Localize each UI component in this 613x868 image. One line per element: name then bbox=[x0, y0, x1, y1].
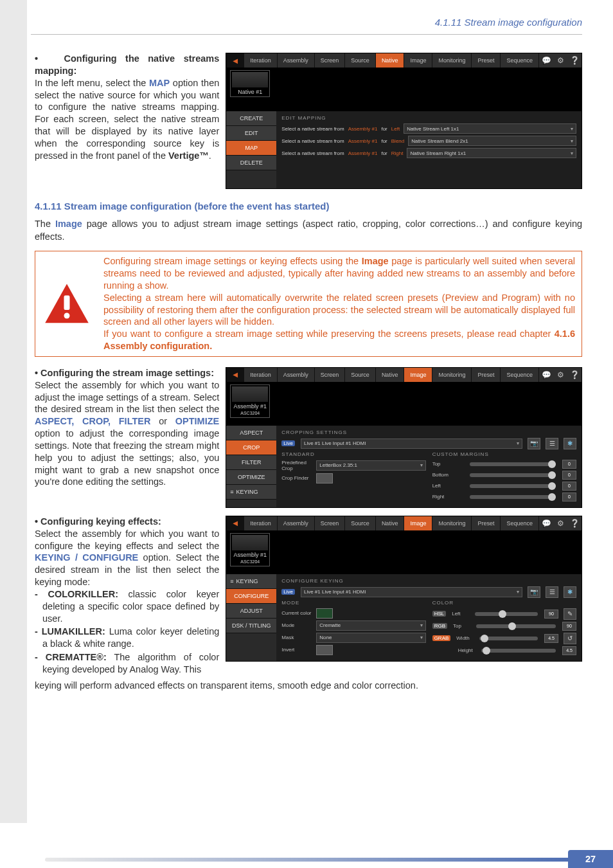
reset-icon[interactable]: ↺ bbox=[564, 633, 576, 644]
margin-left-val[interactable]: 0 bbox=[562, 482, 576, 491]
stream-select-3[interactable]: Live #1 Live Input #1 HDMI bbox=[301, 587, 522, 597]
rgb-tag[interactable]: RGB bbox=[432, 623, 447, 629]
side-map[interactable]: MAP bbox=[226, 141, 276, 156]
tab2-monitoring[interactable]: Monitoring bbox=[432, 368, 472, 382]
assembly-thumb-sub: ASC3204 bbox=[240, 411, 260, 415]
chat-icon[interactable]: 💬 bbox=[539, 53, 553, 68]
hsl-tag[interactable]: HSL bbox=[432, 611, 447, 617]
margin-top-slider[interactable] bbox=[470, 462, 556, 466]
tab3-source[interactable]: Source bbox=[345, 516, 376, 530]
tab3-native[interactable]: Native bbox=[376, 516, 405, 530]
tab-screen[interactable]: Screen bbox=[315, 53, 346, 68]
list-icon-3[interactable]: ☰ bbox=[546, 586, 558, 598]
margin-top-val[interactable]: 0 bbox=[562, 460, 576, 469]
grab-width-slider[interactable] bbox=[479, 637, 538, 640]
help-icon[interactable]: ❔ bbox=[567, 53, 582, 68]
tab2-preset[interactable]: Preset bbox=[472, 368, 501, 382]
tab2-iteration[interactable]: Iteration bbox=[244, 368, 278, 382]
side-delete[interactable]: DELETE bbox=[226, 156, 276, 170]
list-icon[interactable]: ☰ bbox=[546, 438, 558, 449]
predef-crop-label: Predefined Crop bbox=[281, 460, 312, 471]
stream-select[interactable]: Live #1 Live Input #1 HDMI bbox=[301, 439, 522, 449]
freeze-icon[interactable]: ✱ bbox=[564, 438, 576, 449]
assembly-thumbnail[interactable]: Assembly #1 ASC3204 bbox=[230, 384, 270, 418]
tab2-image[interactable]: Image bbox=[404, 368, 432, 382]
tab2-native[interactable]: Native bbox=[376, 368, 405, 382]
mask-select[interactable]: None bbox=[316, 633, 425, 643]
side-adjust[interactable]: ADJUST bbox=[226, 604, 276, 619]
tab3-assembly[interactable]: Assembly bbox=[278, 516, 315, 530]
gear-icon[interactable]: ⚙ bbox=[553, 53, 567, 68]
cropfinder-toggle[interactable] bbox=[316, 473, 333, 484]
side-edit[interactable]: EDIT bbox=[226, 126, 276, 141]
back-icon-2[interactable]: ◄ bbox=[226, 368, 244, 382]
grab-tag[interactable]: GRAB bbox=[432, 635, 451, 641]
grab-height-slider[interactable] bbox=[481, 649, 556, 653]
predef-crop-select[interactable]: LetterBox 2.35:1 bbox=[316, 460, 425, 471]
mapping-select-2[interactable]: Native Stream Blend 2x1 bbox=[408, 136, 576, 146]
margin-bottom-val[interactable]: 0 bbox=[562, 471, 576, 480]
tab3-monitoring[interactable]: Monitoring bbox=[432, 516, 472, 530]
help-icon-2[interactable]: ❔ bbox=[567, 368, 582, 382]
tab3-sequence[interactable]: Sequence bbox=[501, 516, 539, 530]
back-icon[interactable]: ◄ bbox=[226, 53, 244, 68]
side-dsk[interactable]: DSK / TITLING bbox=[226, 619, 276, 633]
tab-iteration[interactable]: Iteration bbox=[244, 53, 278, 68]
rgb-val[interactable]: 90 bbox=[562, 622, 576, 631]
side-filter[interactable]: FILTER bbox=[226, 455, 276, 470]
chat-icon-2[interactable]: 💬 bbox=[539, 368, 553, 382]
side-keying-3[interactable]: ≡KEYING bbox=[226, 574, 276, 589]
side-aspect[interactable]: ASPECT bbox=[226, 426, 276, 440]
tab-sequence[interactable]: Sequence bbox=[501, 53, 539, 68]
invert-toggle[interactable] bbox=[316, 645, 333, 655]
side-optimize[interactable]: OPTIMIZE bbox=[226, 470, 276, 485]
hsl-left-label: Left bbox=[452, 611, 468, 617]
tab-source[interactable]: Source bbox=[345, 53, 376, 68]
hsl-val[interactable]: 90 bbox=[544, 610, 558, 619]
help-icon-3[interactable]: ❔ bbox=[567, 516, 582, 530]
gear-icon-3[interactable]: ⚙ bbox=[553, 516, 567, 530]
native-thumbnail[interactable]: Native #1 bbox=[230, 70, 270, 97]
side-create[interactable]: CREATE bbox=[226, 111, 276, 126]
tab2-assembly[interactable]: Assembly bbox=[278, 368, 315, 382]
side-configure[interactable]: CONFIGURE bbox=[226, 589, 276, 604]
rgb-slider[interactable] bbox=[476, 624, 556, 628]
mapping-for-2: for bbox=[381, 138, 387, 144]
sec4-title: • Configuring keying effects: bbox=[35, 516, 161, 527]
camera-icon-3[interactable]: 📷 bbox=[528, 586, 540, 598]
grab-height-val[interactable]: 4.5 bbox=[562, 646, 576, 655]
grab-width-val[interactable]: 4.5 bbox=[544, 634, 558, 643]
margin-bottom-slider[interactable] bbox=[470, 473, 556, 477]
tab-preset[interactable]: Preset bbox=[472, 53, 501, 68]
mapping-select-1[interactable]: Native Stream Left 1x1 bbox=[404, 123, 576, 134]
margin-right-val[interactable]: 0 bbox=[562, 493, 576, 502]
tab-native[interactable]: Native bbox=[376, 53, 405, 68]
tab-image[interactable]: Image bbox=[404, 53, 432, 68]
freeze-icon-3[interactable]: ✱ bbox=[564, 586, 576, 598]
tab3-screen[interactable]: Screen bbox=[315, 516, 346, 530]
back-icon-3[interactable]: ◄ bbox=[226, 516, 244, 530]
mapping-select-3[interactable]: Native Stream Right 1x1 bbox=[407, 148, 576, 158]
tab2-sequence[interactable]: Sequence bbox=[501, 368, 539, 382]
margin-right-slider[interactable] bbox=[470, 495, 556, 499]
mapping-asm-3: Assembly #1 bbox=[348, 150, 378, 156]
chat-icon-3[interactable]: 💬 bbox=[539, 516, 553, 530]
tab3-preset[interactable]: Preset bbox=[472, 516, 501, 530]
keying-item-lumakiller: - LUMAKILLER: Luma color keyer deleting … bbox=[35, 626, 219, 650]
tab-monitoring[interactable]: Monitoring bbox=[432, 53, 472, 68]
camera-icon[interactable]: 📷 bbox=[528, 438, 540, 449]
side-crop[interactable]: CROP bbox=[226, 440, 276, 455]
mode-select[interactable]: Crematte bbox=[316, 620, 425, 631]
tab2-source[interactable]: Source bbox=[345, 368, 376, 382]
margin-left-slider[interactable] bbox=[470, 484, 556, 488]
tab-assembly[interactable]: Assembly bbox=[278, 53, 315, 68]
tab3-iteration[interactable]: Iteration bbox=[244, 516, 278, 530]
gear-icon-2[interactable]: ⚙ bbox=[553, 368, 567, 382]
hsl-slider[interactable] bbox=[475, 612, 538, 616]
side-keying[interactable]: ≡KEYING bbox=[226, 485, 276, 500]
assembly-thumbnail-3[interactable]: Assembly #1 ASC3204 bbox=[230, 533, 270, 566]
warn-image-word: Image bbox=[362, 256, 389, 266]
tab3-image[interactable]: Image bbox=[404, 516, 432, 530]
tab2-screen[interactable]: Screen bbox=[315, 368, 346, 382]
eyedropper-icon[interactable]: ✎ bbox=[564, 608, 576, 620]
